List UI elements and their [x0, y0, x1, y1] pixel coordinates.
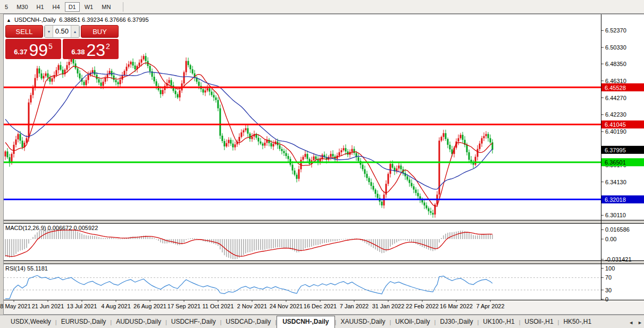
chart-tab-eurusd[interactable]: EURUSD-,Daily — [57, 316, 111, 328]
macd-histogram-bar — [286, 239, 287, 248]
candle-body — [490, 138, 491, 143]
timeframe-button-mn[interactable]: MN — [98, 2, 114, 12]
candle-body — [113, 76, 115, 80]
macd-histogram-bar — [218, 239, 219, 246]
candle-body — [171, 80, 172, 85]
volume-decrease-button[interactable]: ▼ — [45, 26, 53, 37]
sell-button[interactable]: SELL — [5, 25, 43, 38]
volume-increase-button[interactable]: ▲ — [71, 26, 79, 37]
candle-body — [32, 87, 34, 95]
chart-tab-ukoil[interactable]: UKOil-,Daily — [391, 316, 434, 328]
macd-histogram-bar — [377, 239, 378, 251]
chart-tab-dj30[interactable]: DJ30-,Daily — [436, 316, 477, 328]
candle-body — [126, 67, 128, 71]
macd-histogram-bar — [390, 239, 391, 247]
date-axis-label: 4 Aug 2021 — [101, 303, 131, 309]
macd-histogram-bar — [24, 239, 25, 249]
chart-tab-usdcnh[interactable]: USDCNH-,Daily — [277, 316, 334, 328]
date-axis-label: 7 Apr 2022 — [476, 303, 504, 309]
timeframe-button-h1[interactable]: H1 — [33, 2, 48, 12]
buy-price-display[interactable]: 6.38 23 2 — [63, 39, 119, 59]
candle-body — [315, 157, 317, 160]
candle-body — [30, 95, 32, 102]
macd-histogram-bar — [37, 232, 38, 239]
candle-body — [230, 140, 232, 144]
buy-button[interactable]: BUY — [81, 25, 119, 38]
candle-body — [243, 130, 245, 133]
timeframe-button-5[interactable]: 5 — [1, 2, 12, 12]
macd-histogram-bar — [183, 239, 185, 243]
macd-histogram-bar — [9, 239, 10, 258]
candle-body — [169, 80, 170, 83]
macd-histogram-bar — [439, 239, 440, 243]
tab-scroll-arrows: ◄ ► — [629, 320, 642, 325]
candle-body — [330, 154, 332, 157]
macd-histogram-bar — [243, 239, 244, 255]
price-axis-label: 6.50330 — [605, 44, 626, 51]
tab-scroll-left-button[interactable]: ◄ — [629, 320, 633, 325]
macd-histogram-bar — [481, 235, 482, 239]
candle-body — [294, 170, 296, 175]
price-badge-label: 6.32018 — [605, 196, 626, 203]
sell-price-big: 99 — [29, 43, 48, 58]
candle-body — [130, 62, 132, 64]
candle-body — [239, 137, 240, 142]
candle-body — [443, 133, 445, 137]
macd-histogram-bar — [154, 238, 155, 239]
candle-body — [7, 151, 9, 157]
macd-histogram-bar — [26, 239, 27, 248]
macd-histogram-bar — [305, 239, 306, 248]
chart-tab-usdx[interactable]: USDX,Weekly — [6, 316, 55, 328]
candle-body — [247, 128, 249, 134]
candle-body — [286, 153, 287, 157]
macd-histogram-bar — [383, 239, 384, 253]
candle-body — [198, 82, 200, 86]
candle-body — [371, 182, 372, 186]
one-click-collapse-icon[interactable]: ▲ — [6, 18, 11, 23]
tab-scroll-right-button[interactable]: ► — [638, 320, 642, 325]
sell-price-display[interactable]: 6.37 99 5 — [5, 39, 61, 59]
candle-body — [209, 88, 211, 92]
rsi-axis-label: 30 — [605, 287, 612, 293]
candle-body — [135, 65, 136, 69]
macd-histogram-bar — [275, 239, 276, 248]
chart-tab-xauusd[interactable]: XAUUSD-,Daily — [336, 316, 389, 328]
macd-histogram-bar — [309, 239, 310, 247]
macd-histogram-bar — [215, 239, 216, 244]
chart-ohlc-values: 6.38851 6.39234 6.37666 6.37995 — [59, 17, 148, 23]
macd-histogram-bar — [107, 238, 108, 239]
timeframe-button-h4[interactable]: H4 — [49, 2, 64, 12]
chart-tab-uk100[interactable]: UK100-,H1 — [479, 316, 518, 328]
macd-histogram-bar — [162, 239, 163, 243]
candle-body — [296, 175, 298, 179]
candle-body — [483, 136, 485, 138]
candle-body — [49, 78, 51, 82]
macd-histogram-bar — [7, 239, 8, 257]
macd-histogram-bar — [71, 230, 72, 239]
timeframe-button-w1[interactable]: W1 — [81, 2, 97, 12]
macd-histogram-bar — [330, 239, 331, 242]
timeframe-button-m30[interactable]: M30 — [13, 2, 31, 12]
candle-body — [56, 70, 57, 75]
chart-tab-audusd[interactable]: AUDUSD-,Daily — [112, 316, 165, 328]
macd-histogram-bar — [343, 239, 344, 240]
candle-body — [252, 136, 253, 139]
candle-body — [175, 91, 177, 94]
price-axis-label: 6.34130 — [605, 179, 626, 185]
chart-tab-usdchf[interactable]: USDCHF-,Daily — [167, 316, 220, 328]
chart-tab-usoil[interactable]: USOil-,H1 — [521, 316, 558, 328]
macd-histogram-bar — [28, 239, 29, 243]
macd-histogram-bar — [118, 239, 119, 239]
macd-histogram-bar — [213, 239, 214, 244]
macd-histogram-bar — [317, 239, 319, 245]
candle-body — [98, 79, 100, 83]
candle-body — [283, 151, 285, 153]
candle-body — [369, 178, 370, 182]
chart-tab-hk50[interactable]: HK50-,H1 — [559, 316, 596, 328]
chart-tab-usdcad[interactable]: USDCAD-,Daily — [222, 316, 275, 328]
macd-histogram-bar — [252, 239, 253, 251]
timeframe-button-d1[interactable]: D1 — [65, 2, 80, 12]
candle-body — [292, 165, 294, 170]
volume-input[interactable]: 0.50 — [53, 26, 71, 37]
candle-body — [124, 71, 126, 75]
